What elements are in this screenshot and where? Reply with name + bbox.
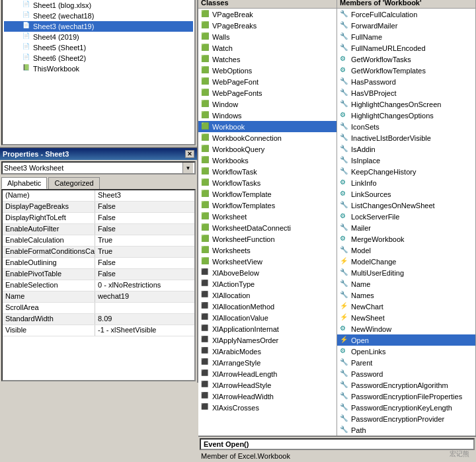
list-item[interactable]: 🔧IsInplace xyxy=(337,155,475,166)
classes-list[interactable]: 🟩VPageBreak🟩VPageBreaks🟩Walls🟩Watch🟩Watc… xyxy=(198,9,337,436)
list-item[interactable]: ⬛XlApplicationInternat xyxy=(198,323,337,334)
list-item[interactable]: 🔧PasswordEncryptionKeyLength xyxy=(337,402,475,413)
list-item[interactable]: 🔧PasswordEncryptionProvider xyxy=(337,413,475,424)
list-item[interactable]: ⬛XlActionType xyxy=(198,278,337,289)
list-item[interactable]: 🔧Path xyxy=(337,424,475,436)
list-item[interactable]: 🔧HasVBProject xyxy=(337,87,475,98)
list-item[interactable]: ⚡NewSheet xyxy=(337,312,475,323)
list-item[interactable]: ⚡Open xyxy=(337,334,475,346)
list-item[interactable]: ⬛XlAboveBelow xyxy=(198,267,337,278)
table-row[interactable]: Name wechat19 xyxy=(3,291,194,303)
list-item[interactable]: 🟩WorkflowTemplates xyxy=(198,200,337,211)
list-item[interactable]: 🟩Window xyxy=(198,98,337,110)
list-item[interactable]: ⬛XlAllocation xyxy=(198,289,337,301)
list-item[interactable]: 🔧HasPassword xyxy=(337,76,475,87)
list-item[interactable]: ⚙GetWorkflowTemplates xyxy=(337,65,475,76)
list-item[interactable]: 🟩WebPageFonts xyxy=(198,87,337,98)
list-item[interactable]: 🔧Password xyxy=(337,368,475,379)
properties-dropdown[interactable]: Sheet3 Worksheet ▼ xyxy=(1,161,196,174)
table-row[interactable]: EnableAutoFilter False xyxy=(3,224,194,235)
table-row[interactable]: StandardWidth 8.09 xyxy=(3,314,194,325)
list-item[interactable]: 🔧PasswordEncryptionFileProperties xyxy=(337,391,475,402)
list-item[interactable]: 🔧IconSets xyxy=(337,121,475,132)
list-item[interactable]: 🔧MultiUserEditing xyxy=(337,267,475,278)
tab-alphabetic[interactable]: Alphabetic xyxy=(1,177,47,189)
tree-sheet6[interactable]: 📄 Sheet6 (Sheet2) xyxy=(4,53,193,63)
list-item[interactable]: 🔧ListChangesOnNewSheet xyxy=(337,200,475,211)
list-item[interactable]: ⚙GetWorkflowTasks xyxy=(337,54,475,65)
list-item[interactable]: 🔧FullName xyxy=(337,31,475,42)
tree-sheet2[interactable]: 📄 Sheet2 (wechat18) xyxy=(4,11,193,21)
list-item[interactable]: ⚙LinkSources xyxy=(337,188,475,200)
list-item[interactable]: 🔧Name xyxy=(337,278,475,289)
list-item[interactable]: 🔧FullNameURLEncoded xyxy=(337,42,475,54)
list-item[interactable]: 🟩VPageBreaks xyxy=(198,20,337,31)
list-item[interactable]: 🟩Watches xyxy=(198,54,337,65)
list-item[interactable]: 🔧PasswordEncryptionAlgorithm xyxy=(337,379,475,391)
tree-sheet5[interactable]: 📄 Sheet5 (Sheet1) xyxy=(4,42,193,53)
list-item[interactable]: ⚡NewChart xyxy=(337,301,475,312)
list-item[interactable]: ⚙OpenLinks xyxy=(337,346,475,357)
tree-sheet4[interactable]: 📄 Sheet4 (2019) xyxy=(4,32,193,42)
table-row[interactable]: DisplayPageBreaks False xyxy=(3,202,194,213)
list-item[interactable]: 🟩Walls xyxy=(198,31,337,42)
list-item[interactable]: 🟩WorksheetView xyxy=(198,256,337,267)
list-item[interactable]: ⚙NewWindow xyxy=(337,323,475,334)
project-tree[interactable]: ▼ 📁 VBAProject (blog.xlsx) ▼ 📁 Microsoft… xyxy=(1,0,196,145)
list-item[interactable]: 🟩WorkbookQuery xyxy=(198,143,337,155)
table-row[interactable]: EnableCalculation True xyxy=(3,235,194,247)
list-item[interactable]: 🔧Model xyxy=(337,245,475,256)
list-item[interactable]: 🔧KeepChangeHistory xyxy=(337,166,475,177)
list-item[interactable]: 🟩Worksheets xyxy=(198,245,337,256)
dropdown-arrow-icon[interactable]: ▼ xyxy=(182,163,193,173)
list-item[interactable]: 🔧HighlightChangesOnScreen xyxy=(337,98,475,110)
tree-sheet1[interactable]: 📄 Sheet1 (blog.xlsx) xyxy=(4,0,193,11)
list-item[interactable]: 🔧ForwardMailer xyxy=(337,20,475,31)
list-item[interactable]: 🔧Mailer xyxy=(337,222,475,233)
list-item[interactable]: 🔧Names xyxy=(337,289,475,301)
list-item[interactable]: 🟩WorkbookConnection xyxy=(198,132,337,143)
list-item[interactable]: ⬛XlArrowHeadStyle xyxy=(198,379,337,391)
table-row[interactable]: EnableFormatConditionsCalcu True xyxy=(3,247,194,258)
list-item[interactable]: ⚙HighlightChangesOptions xyxy=(337,110,475,121)
list-item[interactable]: 🟩WebPageFont xyxy=(198,76,337,87)
list-item[interactable]: 🟩WorkflowTask xyxy=(198,166,337,177)
list-item[interactable]: 🟩Windows xyxy=(198,110,337,121)
list-item[interactable]: ⬛XlArrowHeadWidth xyxy=(198,391,337,402)
list-item[interactable]: 🟩WebOptions xyxy=(198,65,337,76)
list-item[interactable]: ⚙LockServerFile xyxy=(337,211,475,222)
tab-categorized[interactable]: Categorized xyxy=(48,177,99,189)
list-item[interactable]: 🟩Workbooks xyxy=(198,155,337,166)
list-item[interactable]: ⬛XlAllocationValue xyxy=(198,312,337,323)
list-item[interactable]: ⬛XlArrangeStyle xyxy=(198,357,337,368)
tree-sheet3[interactable]: 📄 Sheet3 (wechat19) xyxy=(4,21,193,32)
list-item[interactable]: 🔧IsAddin xyxy=(337,143,475,155)
list-item[interactable]: 🟩WorksheetFunction xyxy=(198,233,337,245)
list-item[interactable]: 🔧ForceFullCalculation xyxy=(337,9,475,20)
members-list[interactable]: 🔧ForceFullCalculation🔧ForwardMailer🔧Full… xyxy=(337,9,476,436)
table-row[interactable]: (Name) Sheet3 xyxy=(3,190,194,202)
list-item[interactable]: ⚙MergeWorkbook xyxy=(337,233,475,245)
list-item[interactable]: 🔧InactiveLIstBorderVisible xyxy=(337,132,475,143)
list-item[interactable]: ⬛XlArrowHeadLength xyxy=(198,368,337,379)
table-row[interactable]: EnableOutlining False xyxy=(3,258,194,269)
list-item[interactable]: ⬛XlApplyNamesOrder xyxy=(198,334,337,346)
list-item[interactable]: ⬛XlArabicModes xyxy=(198,346,337,357)
table-row[interactable]: EnableSelection 0 - xlNoRestrictions xyxy=(3,280,194,291)
list-item[interactable]: 🟩VPageBreak xyxy=(198,9,337,20)
table-row[interactable]: ScrollArea xyxy=(3,303,194,314)
properties-panel-close[interactable]: ✕ xyxy=(185,150,194,158)
list-item[interactable]: ⚙LinkInfo xyxy=(337,177,475,188)
list-item[interactable]: 🟩Worksheet xyxy=(198,211,337,222)
list-item[interactable]: 🟩Watch xyxy=(198,42,337,54)
table-row[interactable]: DisplayRightToLeft False xyxy=(3,213,194,224)
list-item[interactable]: ⬛XlAxisCrosses xyxy=(198,402,337,413)
tree-thisworkbook[interactable]: 📗 ThisWorkbook xyxy=(4,63,193,74)
list-item[interactable]: ⬛XlAllocationMethod xyxy=(198,301,337,312)
list-item[interactable]: 🟩WorksheetDataConnecti xyxy=(198,222,337,233)
table-row[interactable]: EnablePivotTable False xyxy=(3,269,194,280)
table-row[interactable]: Visible -1 - xlSheetVisible xyxy=(3,325,194,336)
list-item[interactable]: 🟩WorkflowTasks xyxy=(198,177,337,188)
list-item[interactable]: ⚡ModelChange xyxy=(337,256,475,267)
list-item[interactable]: 🟩WorkflowTemplate xyxy=(198,188,337,200)
